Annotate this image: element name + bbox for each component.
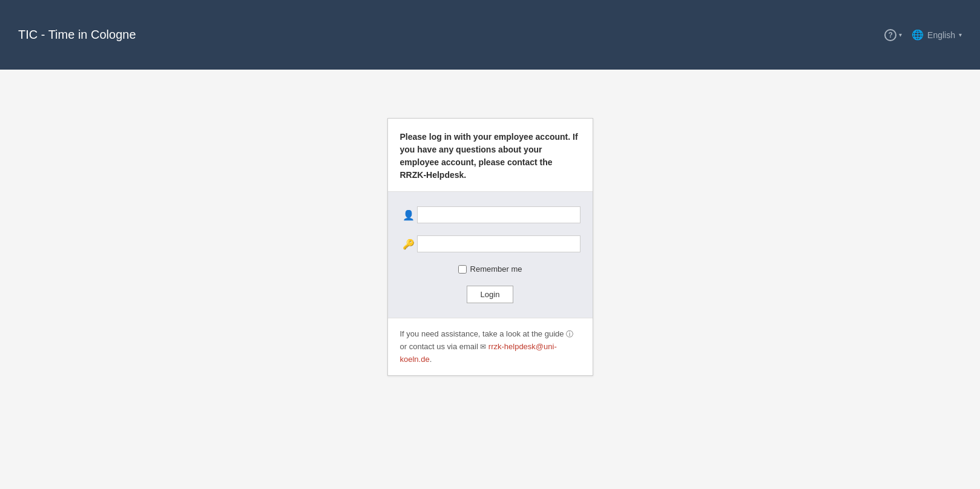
login-message: Please log in with your employee account… [400,131,580,182]
login-card: Please log in with your employee account… [387,118,593,376]
password-row: 🔑 [400,235,580,252]
password-input[interactable] [417,235,580,252]
username-row: 👤 [400,206,580,223]
assistance-text: If you need assistance, take a look at t… [400,328,580,366]
remember-me-checkbox[interactable] [458,265,467,274]
login-button[interactable]: Login [467,286,514,303]
language-selector[interactable]: 🌐 English ▾ [912,29,962,41]
help-button[interactable]: ? ▾ [884,29,902,41]
help-chevron-icon: ▾ [899,31,902,38]
assistance-text-1: If you need assistance, take a look at t… [400,329,564,338]
user-icon: 👤 [400,209,417,221]
main-content: Please log in with your employee account… [0,70,980,489]
guide-icon: ⓘ [566,330,573,338]
key-icon: 🔑 [400,238,417,250]
username-input[interactable] [417,206,580,223]
remember-me-label[interactable]: Remember me [470,264,522,274]
assistance-period: . [430,355,432,364]
email-icon: ✉ [480,343,488,351]
assistance-text-2: or contact us via email [400,342,478,351]
app-header: TIC - Time in Cologne ? ▾ 🌐 English ▾ [0,0,980,70]
assistance-section: If you need assistance, take a look at t… [388,318,593,375]
remember-me-row: Remember me [400,264,580,274]
login-message-section: Please log in with your employee account… [388,119,593,192]
app-title: TIC - Time in Cologne [18,28,136,42]
language-label: English [927,30,955,40]
language-chevron-icon: ▾ [959,31,962,38]
header-controls: ? ▾ 🌐 English ▾ [884,29,962,41]
globe-icon: 🌐 [912,29,924,41]
help-icon: ? [884,29,896,41]
login-button-row: Login [400,286,580,303]
login-form-section: 👤 🔑 Remember me Login [388,192,593,318]
